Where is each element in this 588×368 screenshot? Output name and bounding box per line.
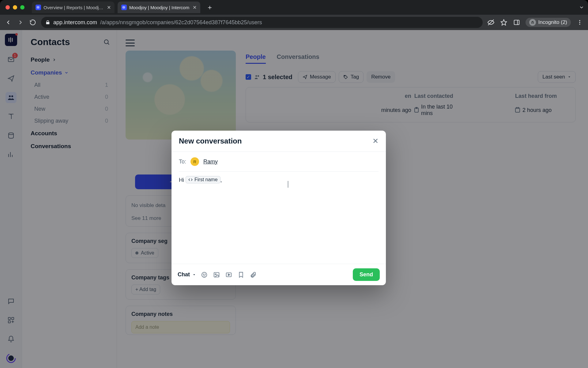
code-icon <box>188 178 193 182</box>
tabstrip-chevron-icon[interactable] <box>579 5 584 10</box>
attachment-icon[interactable] <box>250 271 257 278</box>
svg-point-14 <box>579 24 580 25</box>
eye-off-icon[interactable] <box>487 18 495 26</box>
svg-marker-38 <box>228 274 230 276</box>
browser-toolbar: app.intercom.com/a/apps/nnsgmgob/compani… <box>0 15 588 30</box>
image-icon[interactable] <box>213 271 220 278</box>
modal-title: New conversation <box>179 137 242 145</box>
browser-tab-1[interactable]: Overview | Reports | Moodj… ✕ <box>32 2 115 13</box>
svg-rect-0 <box>37 6 38 9</box>
kebab-menu-icon[interactable] <box>576 18 584 26</box>
tab-close-icon[interactable]: ✕ <box>107 5 111 10</box>
intercom-favicon-icon <box>36 5 41 10</box>
bookmark-icon[interactable] <box>238 271 244 278</box>
reload-button[interactable] <box>29 18 37 26</box>
editor-greeting: Hi <box>179 177 184 183</box>
editor-toolbar <box>201 271 257 278</box>
modal-close-button[interactable]: ✕ <box>372 137 379 145</box>
svg-rect-4 <box>124 6 124 9</box>
editor-comma: , <box>221 177 222 183</box>
svg-point-12 <box>579 20 580 21</box>
url-host: app.intercom.com <box>53 19 97 26</box>
incognito-indicator[interactable]: Incognito (2) <box>526 18 571 27</box>
text-caret <box>288 181 288 188</box>
back-button[interactable] <box>4 18 12 26</box>
recipient-name[interactable]: Ramy <box>203 159 218 165</box>
svg-point-10 <box>531 22 532 24</box>
close-window-icon[interactable] <box>6 5 10 10</box>
svg-rect-35 <box>214 272 219 277</box>
recipient-avatar: R <box>190 157 199 166</box>
minimize-window-icon[interactable] <box>13 5 17 10</box>
incognito-icon <box>529 19 536 26</box>
svg-rect-5 <box>125 6 125 9</box>
url-path: /a/apps/nnsgmgob/companies/62c2d07564ed3… <box>100 19 262 26</box>
tab-title: Moodjoy | Moodjoy | Intercom <box>129 5 190 10</box>
modal-footer: Chat <box>172 264 386 285</box>
caret-down-icon <box>192 273 196 277</box>
star-icon[interactable] <box>500 18 508 26</box>
svg-point-11 <box>533 22 534 24</box>
svg-point-34 <box>205 274 205 274</box>
svg-marker-7 <box>501 20 506 25</box>
svg-point-13 <box>579 22 580 23</box>
send-button[interactable]: Send <box>353 268 380 281</box>
svg-rect-1 <box>38 6 39 9</box>
svg-rect-3 <box>123 6 123 9</box>
tab-title: Overview | Reports | Moodj… <box>43 5 104 10</box>
new-conversation-modal: New conversation ✕ To: R Ramy Hi First n… <box>172 131 386 285</box>
to-label: To: <box>179 159 186 165</box>
browser-tab-2[interactable]: Moodjoy | Moodjoy | Intercom ✕ <box>118 2 200 13</box>
message-editor[interactable]: Hi First name , <box>172 172 386 264</box>
new-tab-button[interactable]: ＋ <box>203 3 216 12</box>
chip-label: First name <box>194 177 218 182</box>
tab-close-icon[interactable]: ✕ <box>193 5 197 10</box>
channel-dropdown[interactable]: Chat <box>178 271 196 278</box>
svg-rect-8 <box>514 20 519 25</box>
fullscreen-window-icon[interactable] <box>20 5 24 10</box>
panel-icon[interactable] <box>513 18 521 26</box>
svg-point-32 <box>202 272 207 277</box>
tabstrip: Overview | Reports | Moodj… ✕ Moodjoy | … <box>0 0 588 15</box>
recipient-row: To: R Ramy <box>172 152 386 171</box>
channel-label: Chat <box>178 271 190 278</box>
forward-button[interactable] <box>17 18 24 26</box>
intercom-favicon-icon <box>121 5 127 10</box>
svg-rect-2 <box>39 6 40 9</box>
address-bar[interactable]: app.intercom.com/a/apps/nnsgmgob/compani… <box>41 17 483 28</box>
variable-chip-first-name[interactable]: First name <box>186 176 221 183</box>
svg-point-33 <box>203 274 204 274</box>
incognito-label: Incognito (2) <box>538 19 567 25</box>
video-icon[interactable] <box>225 271 232 278</box>
window-controls <box>6 5 24 10</box>
lock-icon <box>45 20 50 25</box>
emoji-icon[interactable] <box>201 271 208 278</box>
svg-point-36 <box>215 274 216 275</box>
